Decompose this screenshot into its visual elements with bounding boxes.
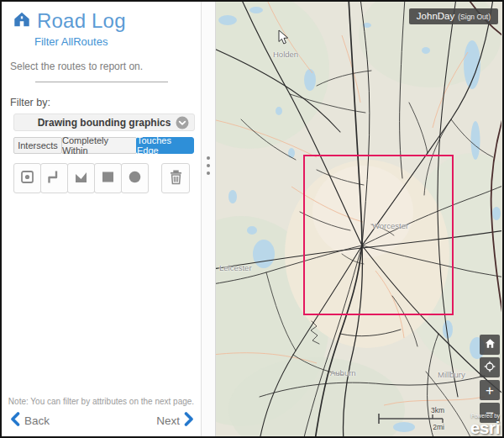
tab-completely-within[interactable]: Completely Within: [61, 137, 137, 154]
point-tool-icon: [19, 169, 35, 188]
wizard-nav: Back Next: [10, 412, 194, 429]
user-name: JohnDay: [417, 11, 454, 21]
powered-by-label: Powered by: [470, 414, 500, 420]
map-viewport[interactable]: Holden Worcester Leicester Auburn Millbu…: [216, 2, 502, 436]
grip-dots-icon: [207, 156, 210, 175]
draw-point-button[interactable]: [13, 163, 41, 193]
polyline-tool-icon: [46, 169, 62, 188]
locate-icon: [483, 360, 496, 376]
spatial-relation-tabs: Intersects Completely Within Touches Edg…: [13, 137, 195, 154]
filter-method-dropdown[interactable]: Drawing bounding graphics: [13, 113, 195, 131]
panel-description: Select the routes to report on.: [10, 61, 201, 72]
sign-out-link[interactable]: (Sign Out): [458, 13, 491, 21]
back-label: Back: [24, 414, 50, 427]
scale-km-label: 3km: [431, 406, 444, 414]
draw-circle-button[interactable]: [121, 163, 149, 193]
scale-bar: 3km 2mi: [377, 408, 448, 430]
app-header: Road Log: [2, 2, 201, 33]
tab-intersects[interactable]: Intersects: [13, 137, 62, 154]
home-icon: [484, 337, 496, 352]
chevron-right-icon: [184, 412, 194, 429]
polygon-tool-icon: [73, 169, 89, 188]
back-button[interactable]: Back: [10, 412, 50, 429]
tab-touches-edge[interactable]: Touches Edge: [136, 137, 194, 154]
next-label: Next: [156, 414, 180, 427]
next-button[interactable]: Next: [156, 412, 194, 429]
chevron-down-icon: [176, 116, 189, 133]
esri-attribution: Powered by esri: [470, 414, 500, 437]
divider: [35, 82, 168, 82]
trash-icon: [169, 169, 183, 188]
draw-rectangle-button[interactable]: [94, 163, 122, 193]
home-logo-icon: [13, 10, 31, 32]
attribute-filter-note: Note: You can filter by attributes on th…: [2, 397, 201, 406]
filter-allroutes-link[interactable]: Filter AllRoutes: [34, 35, 201, 48]
draw-toolbar: [13, 163, 201, 193]
home-extent-button[interactable]: [480, 335, 500, 355]
esri-logo: esri: [470, 419, 500, 436]
chevron-left-icon: [10, 412, 20, 429]
clear-graphics-button[interactable]: [161, 163, 190, 193]
filter-by-label: Filter by:: [10, 97, 201, 108]
map-controls: + −: [480, 335, 500, 423]
dropdown-selected-value: Drawing bounding graphics: [38, 117, 171, 129]
user-account-button[interactable]: JohnDay (Sign Out): [409, 8, 498, 24]
panel-collapse-handle[interactable]: [202, 2, 216, 436]
filter-panel: Road Log Filter AllRoutes Select the rou…: [2, 2, 202, 436]
circle-tool-icon: [127, 169, 143, 188]
locate-button[interactable]: [480, 357, 500, 377]
draw-polygon-button[interactable]: [67, 163, 95, 193]
page-title: Road Log: [37, 9, 126, 33]
draw-polyline-button[interactable]: [40, 163, 68, 193]
road-log-app: Road Log Filter AllRoutes Select the rou…: [0, 0, 504, 438]
selection-rectangle-graphic[interactable]: [303, 155, 454, 315]
rectangle-tool-icon: [100, 169, 116, 188]
scale-mi-label: 2mi: [433, 423, 444, 431]
zoom-in-button[interactable]: +: [480, 380, 500, 400]
